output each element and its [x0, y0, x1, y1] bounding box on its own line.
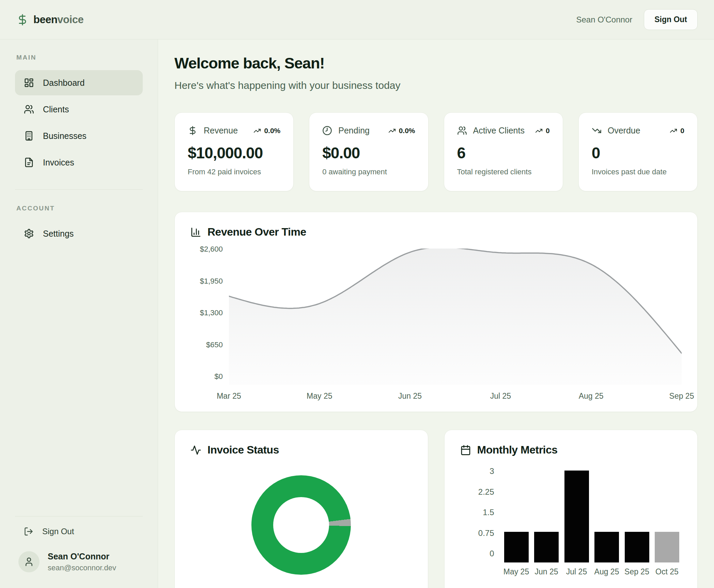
app-window: beenvoice Sean O'Connor Sign Out MAIN Da… — [0, 0, 714, 588]
sidebar-item-label: Clients — [43, 105, 69, 114]
bar-chart-y-axis: 32.251.50.750 — [460, 466, 494, 558]
y-tick-label: 2.25 — [478, 487, 494, 497]
stat-value: 0 — [592, 144, 684, 162]
activity-icon — [190, 445, 201, 456]
building-icon — [24, 131, 34, 141]
x-tick-label: Oct 25 — [652, 567, 682, 576]
header-user-name: Sean O'Connor — [576, 15, 632, 25]
stat-label: Revenue — [204, 126, 238, 136]
bar-column — [562, 471, 591, 562]
trending-up-icon — [670, 127, 677, 134]
sidebar-divider — [15, 516, 143, 517]
sidebar-item-invoices[interactable]: Invoices — [15, 150, 143, 175]
bar — [655, 532, 679, 562]
trending-up-icon — [388, 127, 396, 134]
stat-subtitle: From 42 paid invoices — [188, 168, 280, 176]
brand-name: beenvoice — [33, 14, 83, 26]
x-tick-label: Aug 25 — [592, 567, 621, 576]
trending-down-icon — [592, 126, 602, 136]
stat-card-revenue: Revenue 0.0% $10,000.00 From 42 paid inv… — [174, 112, 294, 191]
x-tick-label: Sep 25 — [622, 567, 652, 576]
sidebar-user-name: Sean O'Connor — [48, 552, 116, 561]
sidebar: MAIN Dashboard Clients Businesses Invoic… — [0, 39, 158, 588]
user-icon — [24, 557, 34, 567]
stat-trend: 0 — [535, 127, 550, 135]
calendar-icon — [460, 445, 471, 456]
x-tick-label: May 25 — [502, 567, 531, 576]
stat-trend: 0 — [670, 127, 684, 135]
x-tick-label: Mar 25 — [217, 392, 241, 401]
top-header: beenvoice Sean O'Connor Sign Out — [0, 0, 714, 39]
stat-trend: 0.0% — [253, 127, 280, 135]
dollar-sign-icon — [16, 14, 29, 26]
stat-value: 6 — [457, 144, 550, 162]
users-icon — [24, 104, 34, 114]
bar — [594, 532, 619, 562]
monthly-metrics-card: Monthly Metrics 32.251.50.750 May 25Jun … — [444, 430, 698, 588]
page-title: Welcome back, Sean! — [174, 54, 698, 72]
stat-subtitle: Invoices past due date — [592, 168, 684, 176]
revenue-chart-title: Revenue Over Time — [207, 226, 306, 238]
y-tick-label: 0 — [490, 549, 494, 558]
sidebar-item-dashboard[interactable]: Dashboard — [15, 70, 143, 95]
invoice-status-title: Invoice Status — [207, 444, 279, 456]
sign-out-button[interactable]: Sign Out — [644, 9, 698, 30]
sidebar-item-label: Dashboard — [43, 78, 84, 88]
bar-chart-x-axis: May 25Jun 25Jul 25Aug 25Sep 25Oct 25 — [502, 567, 682, 576]
app-logo[interactable]: beenvoice — [16, 14, 83, 26]
sidebar-nav-main: Dashboard Clients Businesses Invoices — [15, 70, 143, 175]
bar-chart-icon — [190, 227, 201, 238]
donut-hole — [273, 497, 329, 553]
stat-value: $0.00 — [322, 144, 415, 162]
bar-column — [592, 532, 621, 562]
x-tick-label: Sep 25 — [669, 392, 694, 401]
y-tick-label: $2,600 — [200, 245, 223, 254]
x-tick-label: Jun 25 — [398, 392, 422, 401]
y-tick-label: 0.75 — [478, 528, 494, 538]
invoice-status-donut-chart — [251, 475, 351, 575]
sidebar-nav-account: Settings — [15, 221, 143, 246]
bar — [504, 532, 529, 562]
sidebar-item-businesses[interactable]: Businesses — [15, 123, 143, 148]
sidebar-item-settings[interactable]: Settings — [15, 221, 143, 246]
bar-column — [532, 532, 561, 562]
settings-icon — [24, 228, 34, 239]
clock-icon — [322, 126, 332, 136]
header-right: Sean O'Connor Sign Out — [576, 9, 698, 30]
y-tick-label: $650 — [206, 340, 223, 349]
x-tick-label: Aug 25 — [579, 392, 604, 401]
stat-value: $10,000.00 — [188, 144, 280, 162]
sidebar-item-label: Settings — [43, 229, 74, 239]
trending-up-icon — [253, 127, 261, 134]
monthly-metrics-bar-chart: 32.251.50.750 May 25Jun 25Jul 25Aug 25Se… — [460, 471, 682, 576]
y-tick-label: $1,300 — [200, 308, 223, 317]
stat-trend: 0.0% — [388, 127, 415, 135]
page-subtitle: Here's what's happening with your busine… — [174, 80, 698, 91]
y-tick-label: $0 — [215, 372, 223, 381]
stat-label: Overdue — [608, 126, 640, 136]
sidebar-divider — [15, 189, 143, 190]
revenue-over-time-card: Revenue Over Time $2,600$1,950$1,300$650… — [174, 212, 698, 412]
bar-column — [652, 532, 682, 562]
stat-cards-row: Revenue 0.0% $10,000.00 From 42 paid inv… — [174, 112, 698, 191]
revenue-area-plot — [229, 249, 682, 385]
stat-label: Pending — [338, 126, 370, 136]
bar-column — [622, 532, 652, 562]
sidebar-section-main-label: MAIN — [15, 54, 143, 61]
revenue-area-chart: $2,600$1,950$1,300$650$0 — [190, 249, 682, 402]
avatar — [18, 551, 40, 572]
stat-subtitle: 0 awaiting payment — [322, 168, 415, 176]
sidebar-item-clients[interactable]: Clients — [15, 97, 143, 122]
users-icon — [457, 126, 467, 136]
sidebar-user-email: sean@soconnor.dev — [48, 563, 116, 572]
x-tick-label: Jun 25 — [532, 567, 561, 576]
x-tick-label: Jul 25 — [562, 567, 591, 576]
x-tick-label: May 25 — [307, 392, 332, 401]
sidebar-sign-out[interactable]: Sign Out — [15, 527, 143, 536]
bar — [534, 532, 559, 562]
revenue-chart-x-axis: Mar 25May 25Jun 25Jul 25Aug 25Sep 25 — [229, 389, 682, 402]
sidebar-user: Sean O'Connor sean@soconnor.dev — [15, 551, 143, 572]
file-text-icon — [24, 157, 34, 168]
stat-label: Active Clients — [473, 126, 525, 136]
sidebar-item-label: Invoices — [43, 158, 74, 168]
